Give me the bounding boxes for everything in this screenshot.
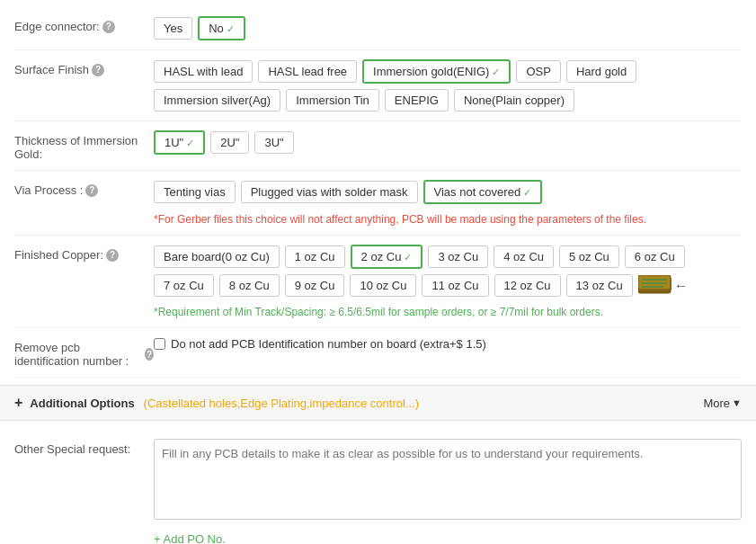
remove-pcb-options: Do not add PCB Identification number on … bbox=[154, 337, 742, 351]
4oz-btn[interactable]: 4 oz Cu bbox=[494, 245, 554, 268]
edge-connector-label: Edge connector: ? bbox=[14, 16, 154, 33]
3u-btn[interactable]: 3U" bbox=[254, 131, 293, 154]
3oz-btn[interactable]: 3 oz Cu bbox=[428, 245, 488, 268]
via-process-help-icon[interactable]: ? bbox=[85, 184, 98, 197]
special-request-textarea[interactable] bbox=[154, 439, 742, 520]
2u-btn[interactable]: 2U" bbox=[210, 131, 249, 154]
surface-finish-text: Surface Finish bbox=[14, 63, 89, 76]
additional-options-left: + Additional Options (Castellated holes,… bbox=[14, 395, 419, 411]
edge-connector-text: Edge connector: bbox=[14, 20, 100, 33]
edge-connector-yes-btn[interactable]: Yes bbox=[154, 17, 192, 40]
arrow-right-icon: ← bbox=[674, 278, 689, 294]
immersion-gold-btn[interactable]: Immersion gold(ENIG) bbox=[362, 59, 511, 84]
11oz-btn[interactable]: 11 oz Cu bbox=[422, 274, 488, 297]
surface-finish-help-icon[interactable]: ? bbox=[92, 64, 104, 76]
vias-not-covered-btn[interactable]: Vias not covered bbox=[423, 180, 543, 204]
more-button[interactable]: More ▼ bbox=[703, 397, 742, 410]
hasl-lead-free-btn[interactable]: HASL lead free bbox=[258, 60, 357, 83]
add-po-link[interactable]: + Add PO No. bbox=[14, 527, 742, 544]
tenting-vias-btn[interactable]: Tenting vias bbox=[154, 181, 236, 203]
bare-board-btn[interactable]: Bare board(0 oz Cu) bbox=[154, 245, 280, 268]
remove-pcb-checkbox-row[interactable]: Do not add PCB Identification number on … bbox=[154, 337, 486, 351]
pcb-icon bbox=[638, 275, 672, 297]
surface-finish-label: Surface Finish ? bbox=[14, 59, 154, 76]
immersion-gold-text: Thickness of Immersion Gold: bbox=[14, 134, 154, 161]
add-po-text: + Add PO No. bbox=[154, 532, 226, 544]
remove-pcb-checkbox[interactable] bbox=[154, 338, 165, 350]
finished-copper-label: Finished Copper: ? bbox=[14, 245, 154, 262]
additional-plus-icon: + bbox=[14, 395, 22, 411]
edge-connector-options: Yes No bbox=[154, 16, 742, 40]
immersion-gold-label: Thickness of Immersion Gold: bbox=[14, 130, 154, 161]
finished-copper-note: *Requirement of Min Track/Spacing: ≥ 6.5… bbox=[154, 306, 742, 318]
enepig-btn[interactable]: ENEPIG bbox=[385, 89, 449, 111]
12oz-btn[interactable]: 12 oz Cu bbox=[494, 274, 561, 297]
immersion-gold-row: Thickness of Immersion Gold: 1U" 2U" 3U" bbox=[14, 121, 742, 171]
remove-pcb-row: Remove pcb identification number : ? Do … bbox=[14, 328, 742, 378]
5oz-btn[interactable]: 5 oz Cu bbox=[559, 245, 619, 268]
10oz-btn[interactable]: 10 oz Cu bbox=[350, 274, 416, 297]
remove-pcb-text: Remove pcb identification number : bbox=[14, 341, 142, 368]
1u-btn[interactable]: 1U" bbox=[154, 130, 205, 155]
7oz-btn[interactable]: 7 oz Cu bbox=[154, 274, 214, 297]
more-label: More bbox=[703, 397, 730, 410]
remove-pcb-checkbox-label: Do not add PCB Identification number on … bbox=[171, 337, 486, 351]
remove-pcb-label: Remove pcb identification number : ? bbox=[14, 337, 154, 368]
finished-copper-text: Finished Copper: bbox=[14, 248, 103, 262]
finished-copper-options: Bare board(0 oz Cu) 1 oz Cu 2 oz Cu 3 oz… bbox=[154, 245, 742, 318]
pcb-stack-icon: ← bbox=[638, 275, 689, 297]
surface-finish-row: Surface Finish ? HASL with lead HASL lea… bbox=[14, 50, 742, 121]
remove-pcb-help-icon[interactable]: ? bbox=[145, 348, 154, 361]
chevron-down-icon: ▼ bbox=[732, 397, 742, 408]
via-process-label: Via Process : ? bbox=[14, 180, 154, 197]
finished-copper-help-icon[interactable]: ? bbox=[106, 249, 119, 262]
plugged-vias-btn[interactable]: Plugged vias with solder mask bbox=[241, 181, 418, 203]
via-process-text: Via Process : bbox=[14, 183, 83, 197]
additional-options-section: + Additional Options (Castellated holes,… bbox=[0, 385, 756, 421]
via-process-note: *For Gerber files this choice will not a… bbox=[154, 213, 742, 226]
none-plain-btn[interactable]: None(Plain copper) bbox=[454, 89, 574, 111]
via-process-options: Tenting vias Plugged vias with solder ma… bbox=[154, 180, 742, 226]
edge-connector-row: Edge connector: ? Yes No bbox=[14, 7, 742, 50]
special-request-row: Other Special request: bbox=[14, 428, 742, 527]
immersion-silver-btn[interactable]: Immersion silver(Ag) bbox=[154, 89, 280, 111]
hard-gold-btn[interactable]: Hard gold bbox=[566, 60, 636, 83]
13oz-btn[interactable]: 13 oz Cu bbox=[566, 274, 633, 297]
additional-options-title: Additional Options bbox=[30, 397, 134, 410]
surface-finish-options: HASL with lead HASL lead free Immersion … bbox=[154, 59, 742, 111]
immersion-gold-options: 1U" 2U" 3U" bbox=[154, 130, 742, 155]
edge-connector-no-btn[interactable]: No bbox=[198, 16, 245, 40]
edge-connector-help-icon[interactable]: ? bbox=[102, 21, 115, 33]
finished-copper-row: Finished Copper: ? Bare board(0 oz Cu) 1… bbox=[14, 236, 742, 328]
9oz-btn[interactable]: 9 oz Cu bbox=[285, 274, 345, 297]
8oz-btn[interactable]: 8 oz Cu bbox=[219, 274, 280, 297]
1oz-btn[interactable]: 1 oz Cu bbox=[285, 245, 345, 268]
additional-options-subtitle: (Castellated holes,Edge Plating,impedanc… bbox=[144, 397, 419, 410]
special-request-label: Other Special request: bbox=[14, 439, 154, 456]
2oz-btn[interactable]: 2 oz Cu bbox=[351, 245, 423, 269]
hasl-lead-btn[interactable]: HASL with lead bbox=[154, 60, 253, 83]
immersion-tin-btn[interactable]: Immersion Tin bbox=[286, 89, 379, 111]
osp-btn[interactable]: OSP bbox=[516, 60, 560, 83]
6oz-btn[interactable]: 6 oz Cu bbox=[625, 245, 685, 268]
via-process-row: Via Process : ? Tenting vias Plugged via… bbox=[14, 171, 742, 236]
